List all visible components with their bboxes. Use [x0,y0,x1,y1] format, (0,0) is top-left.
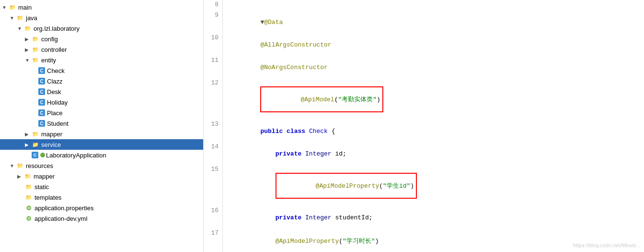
label-appprops: application.properties [34,204,94,212]
tree-item-mapper2[interactable]: ▶ 📁 mapper [0,171,203,181]
folder-icon-controller: 📁 [32,46,39,53]
code-line-12: 12 @ApiModel("考勤实体类") [204,78,644,120]
label-holiday: Holiday [47,99,68,106]
line-content-15: @ApiModelProperty("学生id") [223,165,644,206]
annotation-data: @Data [264,19,283,26]
annotation-apimodel: @ApiModel [300,96,334,103]
watermark: https://blog.csdn.net/Mkast... [573,242,640,248]
line-content-16: private Integer studentId; [223,206,644,228]
label-desk: Desk [47,88,61,96]
folder-icon-org: 📁 [24,24,32,32]
line-content-12: @ApiModel("考勤实体类") [223,78,644,120]
tree-item-clazz[interactable]: C Clazz [0,76,203,86]
arrow-java: ▼ [10,15,16,21]
type-integer-14: Integer [305,150,332,157]
arrow-controller: ▶ [25,47,32,52]
tree-item-mapper[interactable]: ▶ 📁 mapper [0,129,203,139]
line-content-14: private Integer id; [223,142,644,165]
spring-badge-labapp [40,153,45,157]
arrow-entity: ▼ [25,58,32,63]
arrow-org: ▼ [17,26,24,31]
class-icon-holiday: C [38,99,45,106]
label-check: Check [47,67,65,74]
code-line-16: 16 private Integer studentId; [204,206,644,228]
tree-item-static[interactable]: 📁 static [0,181,203,192]
line-content-13: public class Check { [223,120,644,142]
line-num-8: 8 [204,0,223,11]
line-content-8 [223,0,644,11]
label-resources: resources [26,162,53,169]
folder-icon-mapper2: 📁 [24,172,32,180]
tree-item-appyml[interactable]: ⚙ application-dev.yml [0,213,203,224]
folder-icon-config: 📁 [32,35,39,43]
tree-item-holiday[interactable]: C Holiday [0,97,203,108]
code-line-11: 11 @NoArgsConstructor [204,56,644,78]
file-tree[interactable]: ▼ 📁 main ▼ 📁 java ▼ 📁 org.lzl.laboratory… [0,0,204,252]
folder-icon-service: 📁 [32,141,39,148]
folder-icon-static: 📁 [25,183,33,191]
line-num-9: 9 [204,11,223,33]
label-mapper2: mapper [34,173,55,180]
highlight-box-12: @ApiModel("考勤实体类") [260,86,383,112]
tree-item-service[interactable]: ▶ 📁 service [0,139,203,150]
tree-item-resources[interactable]: ▼ 📁 resources [0,160,203,171]
annotation-apimodelproperty-17: @ApiModelProperty [276,238,339,245]
label-entity: entity [41,57,56,64]
code-lines: 8 9 ▼@Data 10 @AllArgsConstructor 11 @No… [204,0,644,252]
tree-item-config[interactable]: ▶ 📁 config [0,34,203,44]
code-editor: 8 9 ▼@Data 10 @AllArgsConstructor 11 @No… [204,0,644,252]
cn-check: Check [309,128,328,135]
folder-icon-java: 📁 [16,14,24,22]
label-java: java [26,14,37,22]
label-org: org.lzl.laboratory [34,25,80,32]
tree-item-appprops[interactable]: ⚙ application.properties [0,203,203,213]
tree-item-java[interactable]: ▼ 📁 java [0,12,203,23]
label-mapper: mapper [41,131,62,138]
string-studentid: "学生id" [383,182,410,190]
label-student: Student [47,120,69,127]
class-icon-clazz: C [38,78,45,84]
arrow-service: ▶ [25,142,32,147]
tree-item-place[interactable]: C Place [0,108,203,118]
tree-item-org[interactable]: ▼ 📁 org.lzl.laboratory [0,23,203,34]
class-icon-student: C [38,120,45,127]
kw-class-13: class [287,128,305,135]
line-num-16: 16 [204,206,223,228]
tree-item-controller[interactable]: ▶ 📁 controller [0,44,203,55]
class-icon-place: C [38,109,45,116]
line-content-9: ▼@Data [223,11,644,33]
code-line-9: 9 ▼@Data [204,11,644,33]
kw-private-14: private [276,150,302,157]
line-num-17: 17 [204,228,223,252]
tree-item-main[interactable]: ▼ 📁 main [0,2,203,12]
tree-item-check[interactable]: C Check [0,65,203,76]
tree-item-student[interactable]: C Student [0,118,203,129]
line-content-17: @ApiModelProperty("学习时长") [223,228,644,252]
string-kaiqin: "考勤实体类" [338,96,377,103]
class-icon-check: C [38,67,45,74]
arrow-mapper2: ▶ [17,174,24,179]
label-appyml: application-dev.yml [34,215,87,222]
string-xuexishichang: "学习时长" [343,238,375,245]
line-num-11: 11 [204,56,223,78]
line-num-15: 15 [204,165,223,206]
yaml-icon-appyml: ⚙ [25,215,33,222]
tree-item-labapp[interactable]: C LaboratoryApplication [0,150,203,160]
line-num-10: 10 [204,33,223,56]
code-line-15: 15 @ApiModelProperty("学生id") [204,165,644,206]
code-line-14: 14 private Integer id; [204,142,644,165]
folder-icon-entity: 📁 [32,56,39,64]
label-place: Place [47,109,63,117]
label-static: static [34,183,49,191]
code-line-17: 17 @ApiModelProperty("学习时长") [204,228,644,252]
tree-item-templates[interactable]: 📁 templates [0,192,203,203]
arrow-resources: ▼ [10,163,16,168]
label-labapp: LaboratoryApplication [46,152,106,159]
arrow-config: ▶ [25,36,32,42]
label-templates: templates [34,194,61,201]
tree-item-entity[interactable]: ▼ 📁 entity [0,55,203,65]
label-clazz: Clazz [47,78,63,85]
tree-item-desk[interactable]: C Desk [0,86,203,97]
label-main: main [18,4,32,11]
label-config: config [41,36,58,43]
